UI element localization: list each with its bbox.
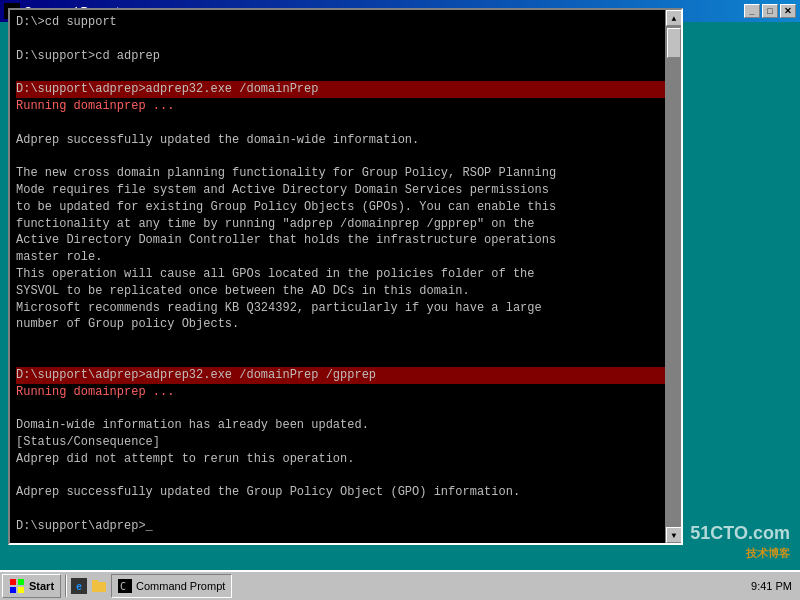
svg-rect-2 [10, 587, 16, 593]
cmd-line [16, 468, 675, 485]
cmd-taskbar-item[interactable]: C Command Prompt [111, 574, 232, 598]
cmd-line: D:\>cd support [16, 14, 675, 31]
cmd-line: D:\support>cd adprep [16, 48, 675, 65]
windows-logo-icon [9, 578, 25, 594]
cmd-line: Adprep did not attempt to rerun this ope… [16, 451, 675, 468]
start-label: Start [29, 580, 54, 592]
cmd-line: to be updated for existing Group Policy … [16, 199, 675, 216]
watermark: 51CTO.com 技术博客 [690, 522, 790, 560]
minimize-button[interactable]: _ [744, 4, 760, 18]
scroll-thumb[interactable] [667, 28, 681, 58]
folder-icon[interactable] [91, 578, 107, 594]
cmd-line [16, 350, 675, 367]
scroll-down-button[interactable]: ▼ [666, 527, 681, 543]
cmd-line: SYSVOL to be replicated once between the… [16, 283, 675, 300]
cmd-line: D:\support\adprep>_ [16, 518, 675, 535]
cmd-line [16, 333, 675, 350]
cmd-line: Domain-wide information has already been… [16, 417, 675, 434]
taskbar-divider [65, 575, 67, 597]
cmd-line: Active Directory Domain Controller that … [16, 232, 675, 249]
cmd-line: functionality at any time by running "ad… [16, 216, 675, 233]
cmd-line: master role. [16, 249, 675, 266]
cmd-line: Mode requires file system and Active Dir… [16, 182, 675, 199]
cmd-line: D:\support\adprep>adprep32.exe /domainPr… [16, 81, 675, 98]
watermark-sub: 技术博客 [690, 546, 790, 560]
start-button[interactable]: Start [2, 574, 61, 598]
scroll-track [666, 26, 681, 527]
cmd-line: Running domainprep ... [16, 98, 675, 115]
svg-rect-0 [10, 579, 16, 585]
cmd-line: Microsoft recommends reading KB Q324392,… [16, 300, 675, 317]
folder-svg [91, 578, 107, 594]
cmd-line [16, 115, 675, 132]
cmd-taskbar-icon: C [118, 579, 132, 593]
watermark-site: 51CTO.com [690, 522, 790, 545]
scroll-up-button[interactable]: ▲ [666, 10, 681, 26]
cmd-line: The new cross domain planning functional… [16, 165, 675, 182]
cmd-line [16, 64, 675, 81]
ie-icon[interactable]: e [71, 578, 87, 594]
taskbar: Start e C Command Prompt 9:41 PM [0, 570, 800, 600]
cmd-output-area[interactable]: D:\>cd supportD:\support>cd adprepD:\sup… [10, 10, 681, 543]
cmd-line: Running domainprep ... [16, 384, 675, 401]
svg-rect-3 [18, 587, 24, 593]
cmd-line [16, 400, 675, 417]
svg-rect-5 [92, 580, 98, 583]
cmd-line: [Status/Consequence] [16, 434, 675, 451]
cmd-window: D:\>cd supportD:\support>cd adprepD:\sup… [8, 8, 683, 545]
close-button[interactable]: ✕ [780, 4, 796, 18]
title-bar-buttons: _ □ ✕ [744, 4, 796, 18]
svg-rect-4 [92, 582, 106, 592]
cmd-line [16, 148, 675, 165]
svg-text:C: C [120, 581, 126, 592]
maximize-button[interactable]: □ [762, 4, 778, 18]
cmd-line: Adprep successfully updated the domain-w… [16, 132, 675, 149]
cmd-taskbar-label: Command Prompt [136, 580, 225, 592]
svg-rect-1 [18, 579, 24, 585]
cmd-line [16, 31, 675, 48]
cmd-line: This operation will cause all GPOs locat… [16, 266, 675, 283]
scrollbar[interactable]: ▲ ▼ [665, 10, 681, 543]
cmd-line: D:\support\adprep>adprep32.exe /domainPr… [16, 367, 675, 384]
cmd-line [16, 501, 675, 518]
cmd-line: number of Group policy Objects. [16, 316, 675, 333]
cmd-line: Adprep successfully updated the Group Po… [16, 484, 675, 501]
clock: 9:41 PM [751, 580, 792, 592]
system-tray: 9:41 PM [751, 580, 798, 592]
